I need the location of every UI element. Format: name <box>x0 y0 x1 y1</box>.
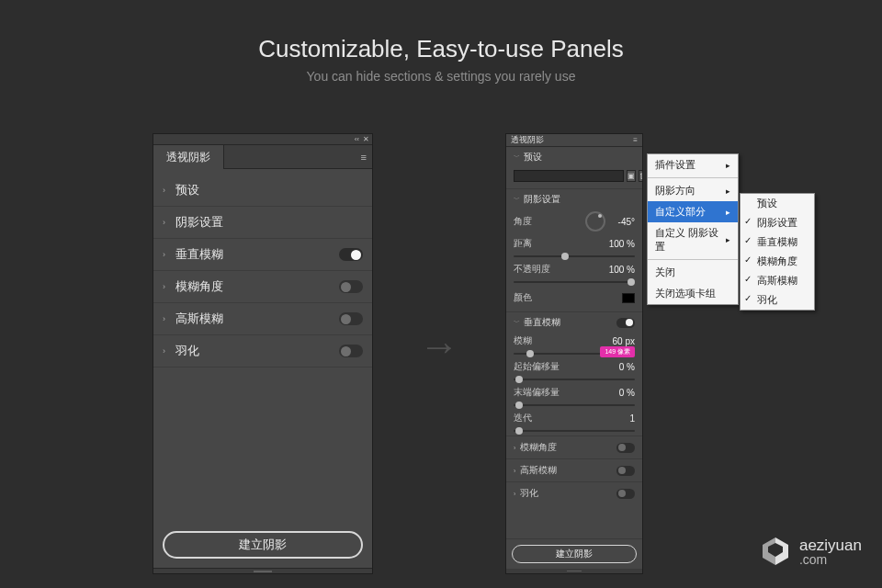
chevron-right-icon: › <box>163 346 175 356</box>
distance-slider[interactable] <box>506 252 642 261</box>
tab-bar: 透视阴影 ≡ <box>153 145 372 169</box>
section-shadow-settings[interactable]: ﹀ 阴影设置 <box>506 188 642 209</box>
section-row[interactable]: ›高斯模糊 <box>153 303 372 335</box>
resize-handle[interactable] <box>153 568 372 573</box>
delete-preset-icon[interactable]: 🗑 <box>639 170 642 182</box>
section-row[interactable]: ›阴影设置 <box>153 207 372 239</box>
chevron-right-icon: › <box>163 314 175 323</box>
create-shadow-button[interactable]: 建立阴影 <box>512 545 637 563</box>
color-label: 颜色 <box>514 291 622 304</box>
menu-item-label: 自定义部分 <box>655 205 706 219</box>
submenu-item[interactable]: 模糊角度 <box>741 252 814 271</box>
logo: aeziyuan .com <box>759 535 862 568</box>
section-row[interactable]: ›预设 <box>153 175 372 207</box>
submenu-item[interactable]: 高斯模糊 <box>741 271 814 290</box>
section-label: 预设 <box>175 182 199 198</box>
menu-icon[interactable]: ≡ <box>361 152 367 163</box>
section-row[interactable]: ›高斯模糊 <box>506 458 642 481</box>
menu-item[interactable]: 插件设置▸ <box>648 154 738 175</box>
section-label: 羽化 <box>520 487 538 500</box>
menu-item-label: 阴影方向 <box>655 184 695 198</box>
start-offset-slider[interactable] <box>506 375 642 384</box>
page-title: Customizable, Easy-to-use Panels <box>0 35 882 63</box>
section-label: 预设 <box>524 151 542 164</box>
chevron-right-icon: › <box>163 218 175 227</box>
close-icon[interactable]: ✕ <box>363 135 369 143</box>
menu-item[interactable]: 阴影方向▸ <box>648 180 738 201</box>
blur-tag: 149 像素 <box>600 346 635 357</box>
section-label: 阴影设置 <box>524 193 560 206</box>
section-label: 模糊角度 <box>175 278 223 295</box>
end-offset-label: 末端偏移量 <box>514 386 619 399</box>
collapse-icon[interactable]: ‹‹ <box>355 135 359 143</box>
submenu-item[interactable]: 羽化 <box>741 290 814 310</box>
menu-separator <box>648 177 738 178</box>
submenu-arrow-icon: ▸ <box>726 208 730 217</box>
section-toggle[interactable] <box>339 280 363 293</box>
angle-dial[interactable] <box>585 211 605 232</box>
blur-label: 模糊 <box>514 334 613 347</box>
vertical-blur-toggle[interactable] <box>616 318 635 328</box>
panel-header-bar: 透视阴影 ≡ <box>506 134 642 147</box>
customize-submenu: 预设阴影设置垂直模糊模糊角度高斯模糊羽化 <box>740 193 815 311</box>
opacity-slider[interactable] <box>506 277 642 287</box>
blur-slider[interactable]: 149 像素 <box>506 349 642 358</box>
opacity-label: 不透明度 <box>514 263 609 276</box>
submenu-arrow-icon: ▸ <box>726 161 730 170</box>
submenu-arrow-icon: ▸ <box>726 235 730 244</box>
submenu-item[interactable]: 预设 <box>741 194 814 213</box>
section-label: 羽化 <box>175 343 199 359</box>
section-label: 垂直模糊 <box>524 316 560 329</box>
section-row[interactable]: ›羽化 <box>153 335 372 368</box>
resize-handle[interactable] <box>506 569 642 573</box>
section-presets[interactable]: ﹀ 预设 <box>506 147 642 167</box>
tab-perspective-shadow[interactable]: 透视阴影 <box>511 134 544 146</box>
distance-value: 100 % <box>609 239 635 249</box>
panel-body: ›预设›阴影设置›垂直模糊›模糊角度›高斯模糊›羽化 <box>153 169 372 522</box>
tab-perspective-shadow[interactable]: 透视阴影 <box>153 145 224 169</box>
preset-input[interactable] <box>514 170 624 182</box>
section-toggle[interactable] <box>616 466 635 476</box>
section-row[interactable]: ›羽化 <box>506 481 642 504</box>
section-row[interactable]: ›模糊角度 <box>153 271 372 303</box>
color-swatch[interactable] <box>622 293 635 303</box>
menu-item[interactable]: 关闭 <box>648 262 738 283</box>
menu-item[interactable]: 自定义部分▸ <box>648 201 738 222</box>
submenu-arrow-icon: ▸ <box>726 187 730 196</box>
section-row[interactable]: ›垂直模糊 <box>153 239 372 271</box>
section-toggle[interactable] <box>339 312 363 325</box>
start-offset-value: 0 % <box>619 362 635 372</box>
section-toggle[interactable] <box>339 248 363 261</box>
menu-item[interactable]: 关闭选项卡组 <box>648 283 738 304</box>
section-label: 高斯模糊 <box>175 311 223 327</box>
menu-icon[interactable]: ≡ <box>633 136 638 144</box>
iterations-slider[interactable] <box>506 426 642 435</box>
create-shadow-button[interactable]: 建立阴影 <box>163 531 363 559</box>
section-toggle[interactable] <box>339 345 363 357</box>
chevron-right-icon: › <box>163 186 175 195</box>
section-vertical-blur[interactable]: ﹀ 垂直模糊 <box>506 311 642 333</box>
end-offset-slider[interactable] <box>506 401 642 410</box>
chevron-right-icon: › <box>163 282 175 291</box>
menu-item[interactable]: 自定义 阴影设置▸ <box>648 222 738 257</box>
chevron-down-icon: ﹀ <box>514 318 520 327</box>
section-row[interactable]: ›模糊角度 <box>506 435 642 458</box>
section-toggle[interactable] <box>616 443 635 453</box>
panel-detailed: 透视阴影 ≡ ﹀ 预设 ▣ 🗑 ﹀ 阴影设置 角度 -45° 距离 100 % … <box>505 133 643 574</box>
menu-item-label: 自定义 阴影设置 <box>655 226 726 254</box>
submenu-item[interactable]: 垂直模糊 <box>741 232 814 252</box>
chevron-right-icon: › <box>514 445 515 451</box>
angle-value: -45° <box>618 217 635 227</box>
section-toggle[interactable] <box>616 489 635 499</box>
start-offset-label: 起始偏移量 <box>514 360 619 373</box>
submenu-item[interactable]: 阴影设置 <box>741 213 814 232</box>
section-label: 阴影设置 <box>175 214 223 231</box>
logo-text: aeziyuan <box>799 537 862 553</box>
section-label: 高斯模糊 <box>520 464 557 477</box>
chevron-right-icon: › <box>163 250 175 259</box>
arrow-icon: → <box>419 323 459 369</box>
section-label: 模糊角度 <box>520 441 557 454</box>
menu-item-label: 关闭 <box>655 266 675 279</box>
end-offset-value: 0 % <box>619 388 635 398</box>
save-preset-icon[interactable]: ▣ <box>627 170 636 182</box>
